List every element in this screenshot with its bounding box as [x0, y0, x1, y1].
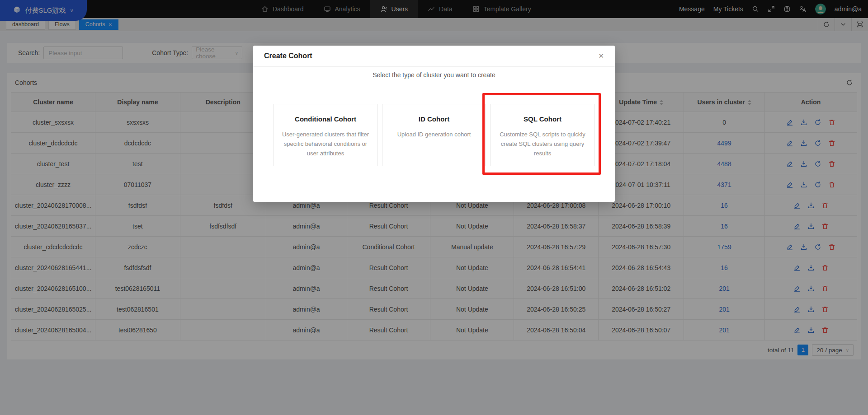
- card-title: Conditional Cohort: [280, 115, 371, 123]
- card-description: User-generated clusters that filter spec…: [280, 130, 371, 158]
- card-description: Customize SQL scripts to quickly create …: [497, 130, 588, 158]
- card-description: Upload ID generation cohort: [388, 130, 480, 139]
- cohort-card-sql-cohort[interactable]: SQL CohortCustomize SQL scripts to quick…: [491, 104, 594, 166]
- close-icon[interactable]: ✕: [598, 52, 604, 60]
- card-title: SQL Cohort: [497, 115, 588, 123]
- modal-title: Create Cohort: [264, 52, 312, 60]
- cohort-card-id-cohort[interactable]: ID CohortUpload ID generation cohort: [382, 104, 486, 166]
- cohort-card-conditional-cohort[interactable]: Conditional CohortUser-generated cluster…: [274, 104, 377, 166]
- app-root: 付费SLG游戏 ∨ DashboardAnalyticsUsersDataTem…: [0, 0, 868, 415]
- highlighted-card-wrap: SQL CohortCustomize SQL scripts to quick…: [491, 104, 594, 166]
- card-title: ID Cohort: [388, 115, 480, 123]
- cohort-type-cards: Conditional CohortUser-generated cluster…: [253, 104, 615, 166]
- modal-body: Select the type of cluster you want to c…: [253, 67, 615, 166]
- modal-prompt: Select the type of cluster you want to c…: [253, 71, 615, 79]
- modal-header: Create Cohort ✕: [253, 46, 615, 67]
- create-cohort-modal: Create Cohort ✕ Select the type of clust…: [253, 46, 615, 202]
